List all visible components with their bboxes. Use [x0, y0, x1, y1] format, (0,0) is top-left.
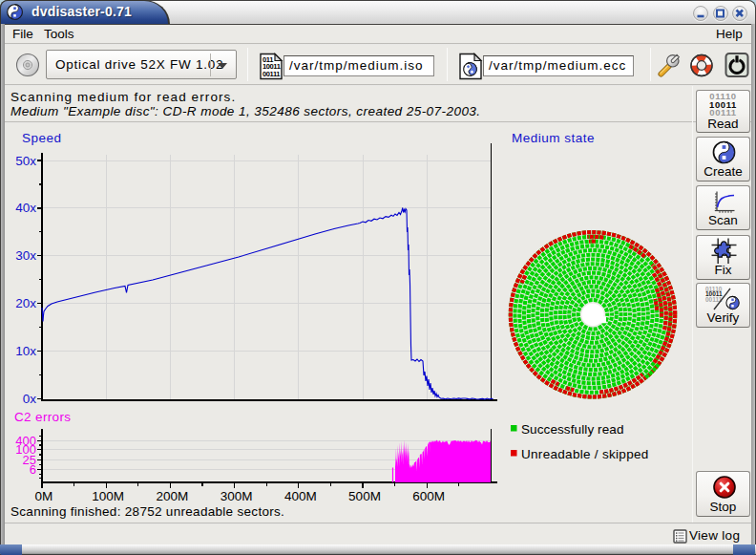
- svg-text:30x: 30x: [15, 248, 36, 263]
- svg-text:Successfully read: Successfully read: [521, 422, 624, 437]
- svg-text:600M: 600M: [412, 489, 445, 503]
- svg-text:500M: 500M: [348, 489, 381, 503]
- svg-text:C2 errors: C2 errors: [14, 410, 71, 424]
- svg-text:10x: 10x: [15, 344, 36, 358]
- svg-text:40x: 40x: [15, 201, 36, 215]
- svg-text:200M: 200M: [157, 489, 189, 503]
- svg-text:20x: 20x: [15, 296, 36, 310]
- svg-text:100M: 100M: [92, 489, 124, 503]
- svg-text:0x: 0x: [23, 392, 37, 406]
- svg-text:6: 6: [30, 462, 36, 477]
- svg-text:50x: 50x: [15, 154, 36, 168]
- svg-text:400M: 400M: [284, 489, 317, 503]
- svg-text:Speed: Speed: [22, 131, 62, 145]
- svg-text:300M: 300M: [220, 489, 253, 503]
- svg-text:0M: 0M: [35, 489, 53, 503]
- svg-text:Unreadable / skipped: Unreadable / skipped: [521, 447, 649, 461]
- svg-text:Medium state: Medium state: [512, 131, 595, 145]
